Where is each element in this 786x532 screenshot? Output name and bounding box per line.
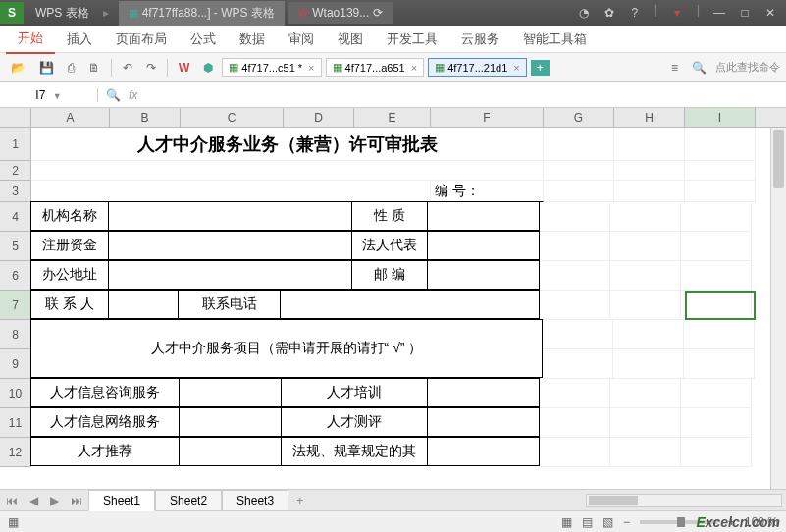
- scrollbar-thumb[interactable]: [589, 496, 638, 505]
- row-header-6[interactable]: 6: [0, 261, 31, 291]
- cell[interactable]: [540, 438, 610, 467]
- cell-A8-merged[interactable]: 人才中介服务项目（需申请开展的请打“ √” ）: [30, 319, 543, 378]
- cell-A11[interactable]: 人才信息网络服务: [30, 407, 180, 437]
- menu-insert[interactable]: 插入: [55, 26, 104, 53]
- menu-dev-tools[interactable]: 开发工具: [375, 26, 449, 53]
- cell-D10[interactable]: 人才培训: [281, 378, 428, 407]
- close-icon[interactable]: ×: [411, 62, 417, 74]
- cell[interactable]: [681, 379, 752, 408]
- cell[interactable]: [684, 320, 755, 349]
- skin-icon[interactable]: ✿: [598, 3, 621, 23]
- cell-E6[interactable]: 邮 编: [351, 260, 428, 290]
- menu-smart-toolbox[interactable]: 智能工具箱: [511, 26, 599, 53]
- cell[interactable]: [681, 202, 752, 232]
- cell-C10[interactable]: [179, 378, 282, 407]
- file-tab-2[interactable]: ▦ 4f717...a651 ×: [326, 58, 425, 77]
- cell[interactable]: [681, 261, 752, 291]
- cell[interactable]: [610, 232, 681, 261]
- print-preview-icon[interactable]: 🗎: [83, 58, 105, 78]
- sheet-tab-1[interactable]: Sheet1: [88, 490, 155, 511]
- cell[interactable]: [614, 181, 685, 202]
- cell[interactable]: [31, 181, 431, 202]
- cell-number-label[interactable]: 编 号：: [431, 181, 544, 202]
- col-header-E[interactable]: E: [354, 108, 431, 127]
- cell[interactable]: [685, 161, 756, 181]
- view-normal-icon[interactable]: ▦: [8, 515, 19, 529]
- row-header-7[interactable]: 7: [0, 291, 31, 320]
- cell-A7[interactable]: 联 系 人: [30, 290, 109, 319]
- add-tab-button[interactable]: +: [531, 60, 550, 76]
- window-tab-1[interactable]: ▦ 4f717ffa88...] - WPS 表格: [119, 1, 285, 26]
- cell-F5[interactable]: [427, 231, 540, 260]
- print-icon[interactable]: ⎙: [63, 58, 79, 78]
- cell-B4[interactable]: [108, 201, 352, 231]
- cell-A12[interactable]: 人才推荐: [30, 437, 180, 466]
- formula-input[interactable]: [145, 88, 786, 102]
- redo-icon[interactable]: ↷: [141, 58, 161, 78]
- menu-data[interactable]: 数据: [228, 26, 277, 53]
- cells-area[interactable]: 人才中介服务业务（兼营）许可审批表 编 号：: [31, 128, 756, 467]
- cell[interactable]: [610, 379, 681, 408]
- search-fx-icon[interactable]: 🔍: [106, 88, 121, 102]
- minimize-button[interactable]: —: [707, 3, 731, 23]
- view-mode-3-icon[interactable]: ▧: [603, 515, 613, 529]
- maximize-button[interactable]: □: [733, 3, 757, 23]
- scrollbar-thumb[interactable]: [773, 130, 784, 188]
- cell[interactable]: [681, 408, 752, 438]
- list-icon[interactable]: ≡: [666, 58, 683, 78]
- cell-title[interactable]: 人才中介服务业务（兼营）许可审批表: [31, 128, 544, 161]
- cell-D7[interactable]: [280, 290, 540, 319]
- search-hint[interactable]: 点此查找命令: [715, 60, 780, 75]
- cell-D12[interactable]: 法规、规章规定的其: [281, 437, 428, 466]
- cell[interactable]: [684, 349, 755, 379]
- sheet-nav-first[interactable]: ⏮: [0, 494, 24, 507]
- cell[interactable]: [685, 128, 756, 161]
- cell-A4[interactable]: 机构名称: [30, 201, 109, 231]
- file-tab-1[interactable]: ▦ 4f717...c51 * ×: [222, 58, 321, 77]
- file-tab-3[interactable]: ▦ 4f717...21d1 ×: [428, 58, 527, 77]
- cell[interactable]: [613, 320, 684, 349]
- cell-reference-box[interactable]: I7 ▼: [0, 88, 98, 102]
- sheet-tab-2[interactable]: Sheet2: [155, 490, 222, 511]
- menu-formula[interactable]: 公式: [179, 26, 228, 53]
- row-header-11[interactable]: 11: [0, 408, 31, 438]
- cell[interactable]: [610, 408, 681, 438]
- col-header-H[interactable]: H: [614, 108, 685, 127]
- col-header-G[interactable]: G: [544, 108, 614, 127]
- cell[interactable]: [544, 161, 614, 181]
- row-header-1[interactable]: 1: [0, 128, 31, 161]
- menu-page-layout[interactable]: 页面布局: [104, 26, 179, 53]
- vertical-scrollbar[interactable]: [770, 128, 786, 489]
- select-all-corner[interactable]: [0, 108, 31, 127]
- feedback-icon[interactable]: ▾: [665, 3, 689, 23]
- cell-F11[interactable]: [427, 407, 540, 437]
- cell[interactable]: [614, 128, 685, 161]
- cell[interactable]: [540, 291, 610, 320]
- cell[interactable]: [610, 438, 681, 467]
- cell[interactable]: [610, 202, 681, 232]
- cell[interactable]: [540, 261, 610, 291]
- cell-C7[interactable]: 联系电话: [178, 290, 281, 319]
- search-icon[interactable]: 🔍: [687, 58, 711, 78]
- col-header-B[interactable]: B: [110, 108, 181, 127]
- col-header-I[interactable]: I: [685, 108, 756, 127]
- window-tab-2[interactable]: W Wtao139... ⟳: [288, 2, 393, 24]
- sheet-tab-3[interactable]: Sheet3: [222, 490, 288, 511]
- col-header-A[interactable]: A: [31, 108, 110, 127]
- close-button[interactable]: ✕: [759, 3, 782, 23]
- cell[interactable]: [540, 408, 610, 438]
- cell-F10[interactable]: [427, 378, 540, 407]
- cell-F6[interactable]: [427, 260, 540, 290]
- cell-C12[interactable]: [179, 437, 282, 466]
- menu-start[interactable]: 开始: [6, 25, 55, 54]
- cube-icon[interactable]: ⬢: [198, 58, 218, 78]
- save-icon[interactable]: 💾: [34, 58, 59, 78]
- fx-label[interactable]: fx: [129, 88, 137, 102]
- cell[interactable]: [540, 379, 610, 408]
- col-header-F[interactable]: F: [431, 108, 544, 127]
- sheet-nav-last[interactable]: ⏭: [65, 494, 88, 507]
- menu-review[interactable]: 审阅: [277, 26, 326, 53]
- cell-C11[interactable]: [179, 407, 282, 437]
- row-header-2[interactable]: 2: [0, 161, 31, 181]
- sync-icon[interactable]: ◔: [572, 3, 596, 23]
